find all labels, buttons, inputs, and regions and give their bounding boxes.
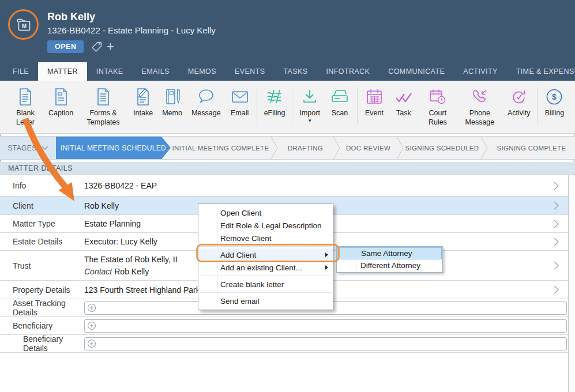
detail-row-info[interactable]: Info 1326-BB0422 - EAP <box>0 175 575 197</box>
section-header: MATTER DETAILS <box>0 162 575 175</box>
efiling-icon <box>265 86 284 108</box>
add-client-submenu: Same Attorney Different Attorney <box>336 246 443 273</box>
tab-emails[interactable]: EMAILS <box>132 62 178 81</box>
toolbar-button-court-rules[interactable]: Court Rules <box>419 86 457 127</box>
scan-icon <box>329 86 350 108</box>
tab-memos[interactable]: MEMOS <box>179 62 226 81</box>
status-badge[interactable]: OPEN <box>47 40 84 53</box>
stage-separator <box>333 137 340 159</box>
chevron-right-icon <box>554 285 559 294</box>
tag-icon[interactable] <box>91 40 103 53</box>
ribbon-toolbar: Blank Letter Caption Forms & Templates I… <box>0 81 575 134</box>
memo-icon <box>164 86 181 108</box>
toolbar-button-billing[interactable]: $ Billing <box>540 86 569 118</box>
tab-matter[interactable]: MATTER <box>38 62 87 81</box>
tab-time-expenses[interactable]: TIME & EXPENSES <box>507 62 575 81</box>
row-label: Property Details <box>0 285 84 295</box>
row-label: Matter Type <box>0 219 84 228</box>
add-tag-button[interactable]: + <box>107 41 114 52</box>
activity-icon <box>509 86 529 108</box>
chevron-right-icon <box>554 220 559 228</box>
tab-intake[interactable]: INTAKE <box>87 62 133 81</box>
stage-initial-meeting-scheduled[interactable]: INITIAL MEETING SCHEDULED <box>56 137 171 159</box>
beneficiary-add-field[interactable] <box>84 319 567 333</box>
menu-item-remove-client[interactable]: Remove Client <box>198 232 333 244</box>
tab-tasks[interactable]: TASKS <box>274 62 317 81</box>
svg-text:$: $ <box>553 92 557 101</box>
menu-item-open-client[interactable]: Open Client <box>198 206 333 219</box>
tab-infotrack[interactable]: INFOTRACK <box>317 62 379 81</box>
submenu-item-same-attorney[interactable]: Same Attorney <box>337 247 442 259</box>
toolbar-separator <box>292 87 292 124</box>
tab-activity[interactable]: ACTIVITY <box>454 62 506 81</box>
toolbar-button-import[interactable]: Import ▼ <box>295 86 324 123</box>
row-label: Asset Tracking Details <box>0 299 84 317</box>
menu-separator <box>200 292 332 293</box>
toolbar-separator <box>257 87 257 124</box>
chevron-right-icon <box>554 182 559 190</box>
billing-icon: $ <box>544 86 564 108</box>
toolbar-button-blank-letter[interactable]: Blank Letter <box>7 86 44 127</box>
event-icon <box>364 86 384 108</box>
chevron-right-icon <box>554 201 559 210</box>
app-window: M Rob Kelly 1326-BB0422 - Estate Plannin… <box>0 0 575 392</box>
toolbar-button-memo[interactable]: Memo <box>157 86 187 118</box>
toolbar-button-caption[interactable]: Caption <box>44 86 78 118</box>
intake-icon <box>134 86 152 108</box>
stage-separator <box>396 137 404 159</box>
stage-signing-scheduled[interactable]: SIGNING SCHEDULED <box>404 137 480 159</box>
row-label: Client <box>0 201 84 210</box>
submenu-arrow-icon <box>325 252 328 257</box>
menu-item-send-email[interactable]: Send email <box>198 295 333 307</box>
detail-row-beneficiary[interactable]: Beneficiary <box>0 317 575 335</box>
menu-item-create-blank-letter[interactable]: Create blank letter <box>198 278 333 291</box>
toolbar-button-activity[interactable]: Activity <box>503 86 535 118</box>
stage-initial-meeting-complete[interactable]: INITIAL MEETING COMPLETE <box>171 137 270 159</box>
add-circle-icon <box>87 321 96 330</box>
toolbar-button-task[interactable]: Task <box>389 86 419 118</box>
row-label: Info <box>0 181 84 190</box>
toolbar-button-email[interactable]: Email <box>226 86 254 118</box>
menu-item-add-existing-client[interactable]: Add an existing Client... <box>198 261 333 274</box>
toolbar-button-forms-templates[interactable]: Forms & Templates <box>78 86 129 127</box>
row-value: 1326-BB0422 - EAP <box>84 181 554 190</box>
stage-drafting[interactable]: DRAFTING <box>278 137 333 159</box>
tab-events[interactable]: EVENTS <box>226 62 274 81</box>
row-label: Beneficiary Details <box>0 334 84 353</box>
add-circle-icon <box>87 303 96 312</box>
import-icon <box>300 86 319 108</box>
toolbar-separator <box>357 87 358 124</box>
message-icon <box>196 86 216 108</box>
stage-signing-complete[interactable]: SIGNING COMPLETE <box>488 137 575 159</box>
forms-templates-icon <box>95 86 112 108</box>
toolbar-separator <box>537 87 538 124</box>
submenu-item-different-attorney[interactable]: Different Attorney <box>337 259 442 272</box>
stage-separator <box>480 137 488 159</box>
stages-dropdown[interactable]: STAGES <box>0 137 56 159</box>
row-label: Beneficiary <box>0 321 84 330</box>
stage-doc-review[interactable]: DOC REVIEW <box>340 137 396 159</box>
toolbar-button-message[interactable]: Message <box>187 86 226 118</box>
court-rules-icon <box>428 86 448 108</box>
tab-file[interactable]: FILE <box>3 62 38 81</box>
menu-separator <box>200 246 332 247</box>
toolbar-button-intake[interactable]: Intake <box>129 86 157 118</box>
chevron-right-icon <box>554 261 559 270</box>
menu-item-edit-role[interactable]: Edit Role & Legal Description <box>198 219 333 232</box>
blank-letter-icon <box>17 86 34 108</box>
matter-title: Rob Kelly <box>47 11 95 23</box>
toolbar-button-phone-message[interactable]: Phone Message <box>457 86 503 127</box>
add-circle-icon <box>87 339 96 348</box>
beneficiary-details-add-field[interactable] <box>84 337 567 350</box>
menu-item-add-client[interactable]: Add Client <box>198 248 333 261</box>
toolbar-button-scan[interactable]: Scan <box>325 86 355 118</box>
tab-communicate[interactable]: COMMUNICATE <box>379 62 454 81</box>
matter-subtitle: 1326-BB0422 - Estate Planning - Lucy Kel… <box>47 25 216 35</box>
phone-message-icon <box>469 86 490 108</box>
toolbar-button-efiling[interactable]: eFiling <box>260 86 290 118</box>
toolbar-button-event[interactable]: Event <box>360 86 389 118</box>
chevron-down-icon <box>42 146 48 150</box>
detail-row-beneficiary-details[interactable]: Beneficiary Details <box>0 335 575 353</box>
vertical-scrollbar[interactable] <box>568 175 575 392</box>
matter-folder-icon: M <box>8 9 39 40</box>
